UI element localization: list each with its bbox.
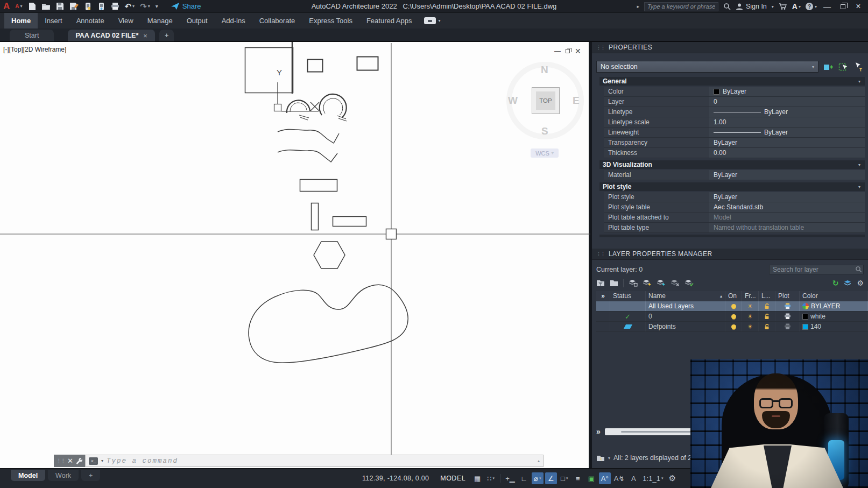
save-button[interactable] [56,2,64,10]
layer-freeze-toggle[interactable]: ☀ [742,312,759,321]
grid-display-icon[interactable]: ▦ [471,472,483,484]
layer-lock-toggle[interactable] [759,312,775,321]
restore-button[interactable] [837,2,848,11]
property-row-lineweight[interactable]: Lineweight ByLayer [604,128,865,138]
tab-work[interactable]: Work [48,470,79,481]
open-file-button[interactable] [41,3,51,10]
column-name[interactable]: Name▴ [646,291,725,301]
isometric-drafting-icon[interactable]: ∠ [545,472,557,484]
column-status[interactable]: Status [610,291,646,301]
drawing-restore-icon[interactable] [566,49,570,53]
collapse-panel-button[interactable]: » [596,427,601,436]
tab-express-tools[interactable]: Express Tools [302,13,359,29]
property-value[interactable]: ByLayer [709,170,865,180]
column-freeze[interactable]: Fr... [742,291,759,301]
autodesk-app-button[interactable]: A▾ [792,2,801,11]
customization-gear-icon[interactable]: ⚙ [666,472,678,484]
close-button[interactable]: × [853,2,864,11]
layer-plot-toggle[interactable] [775,322,800,331]
snap-mode-icon[interactable]: ∷▾ [485,472,497,484]
tab-insert[interactable]: Insert [38,13,69,29]
section-plot-style[interactable]: Plot style▾ [599,182,865,191]
sign-in-dropdown-icon[interactable]: ▾ [772,4,774,9]
new-layer-vp-frozen-button[interactable] [657,279,666,287]
tab-featured-apps[interactable]: Featured Apps [359,13,419,29]
new-tab-button[interactable]: + [159,30,174,41]
tab-manage[interactable]: Manage [140,13,180,29]
property-value[interactable]: ByLayer [709,138,865,147]
viewcube-top-face[interactable]: TOP [532,87,560,114]
layer-color-cell[interactable]: BYLAYER [800,301,868,311]
property-row-transparency[interactable]: Transparency ByLayer [604,138,865,148]
save-as-button[interactable] [69,2,79,10]
column-lock[interactable]: L... [759,291,775,301]
property-row-material[interactable]: Material ByLayer [604,170,865,180]
tab-annotate[interactable]: Annotate [69,13,111,29]
property-row-plot-style-table[interactable]: Plot style table Aec Standard.stb [604,202,865,213]
property-value[interactable]: 0.00 [709,148,865,158]
property-value[interactable]: ByLayer [709,128,865,137]
close-tab-icon[interactable]: × [143,32,147,40]
selection-cycling-icon[interactable]: ▣ [585,472,597,484]
qat-customize-button[interactable]: ▾ [156,3,158,9]
wcs-menu[interactable]: WCS▿ [531,148,559,158]
property-value[interactable]: 0 [709,97,865,107]
select-objects-button[interactable] [838,61,849,72]
drawing-minimize-icon[interactable]: — [554,47,561,55]
expand-columns-button[interactable]: » [596,291,610,301]
tab-add-ins[interactable]: Add-ins [215,13,252,29]
viewcube-north[interactable]: N [541,64,548,76]
layer-on-toggle[interactable] [725,322,742,331]
autoscale-icon[interactable]: A↯ [612,472,626,484]
chevron-down-icon[interactable]: ▾ [608,456,610,461]
property-value[interactable]: 1.00 [709,117,865,127]
layer-plot-toggle[interactable] [775,301,800,311]
layer-name[interactable]: Defpoints [646,322,725,331]
settings-gear-icon[interactable]: ⚙ [857,279,864,287]
layer-row-0[interactable]: ✓ 0 ☀ white [596,312,868,322]
property-value[interactable]: Aec Standard.stb [709,202,865,212]
command-input-field[interactable]: >_ ▾ ▴ [85,455,544,467]
save-to-web-button[interactable] [97,2,105,11]
annotation-scale-icon[interactable]: A [627,472,639,484]
layer-lock-toggle[interactable] [759,301,775,311]
close-command-line-icon[interactable]: ✕ [67,457,73,465]
file-tab-start[interactable]: Start [10,30,54,41]
column-on[interactable]: On [725,291,742,301]
quick-select-button[interactable] [853,61,864,72]
keyword-search-input[interactable] [644,2,718,11]
redo-button[interactable]: ↷▾ [140,2,150,10]
tab-home[interactable]: Home [4,13,38,29]
property-row-plot-table-type[interactable]: Plot table type Named without translatio… [604,223,865,233]
delete-layer-button[interactable] [671,279,680,287]
property-row-linetype[interactable]: Linetype ByLayer [604,107,865,117]
recent-commands-icon[interactable]: ▾ [101,458,103,463]
app-menu-button[interactable]: A [3,2,10,11]
new-property-filter-button[interactable] [596,279,605,287]
tab-collaborate[interactable]: Collaborate [252,13,302,29]
property-row-layer[interactable]: Layer 0 [604,97,865,107]
property-row-plot-style[interactable]: Plot style ByLayer [604,192,865,202]
help-button[interactable]: ?▾ [806,3,817,10]
layer-row-all-used[interactable]: All Used Layers ☀ BYLAYER [596,301,868,312]
sign-in-button[interactable]: Sign In [736,3,767,10]
cart-icon[interactable] [779,3,787,10]
pickadd-toggle-button[interactable] [823,61,834,72]
new-layout-button[interactable]: + [81,470,100,481]
column-plot[interactable]: Plot [775,291,800,301]
search-expand-icon[interactable]: ▸ [637,4,639,9]
polar-tracking-icon[interactable]: ⌀▾ [532,472,544,484]
drag-grip-icon[interactable]: ⋮⋮ [57,458,65,464]
command-expand-icon[interactable]: ▴ [538,458,540,463]
layer-on-toggle[interactable] [725,301,742,311]
refresh-icon[interactable]: ↻ [832,279,839,287]
tab-model[interactable]: Model [11,470,45,481]
column-color[interactable]: Color [800,291,868,301]
viewcube-south[interactable]: S [541,125,548,137]
viewport-controls[interactable]: [-][Top][2D Wireframe] [3,46,66,53]
layer-previous-button[interactable] [843,280,852,287]
viewcube-west[interactable]: W [508,95,518,107]
filter-status-icon[interactable] [596,455,605,462]
annotation-scale-value[interactable]: 1:1_1▾ [641,472,665,484]
layer-manager-header[interactable]: ⋮⋮ LAYER PROPERTIES MANAGER [592,249,868,260]
